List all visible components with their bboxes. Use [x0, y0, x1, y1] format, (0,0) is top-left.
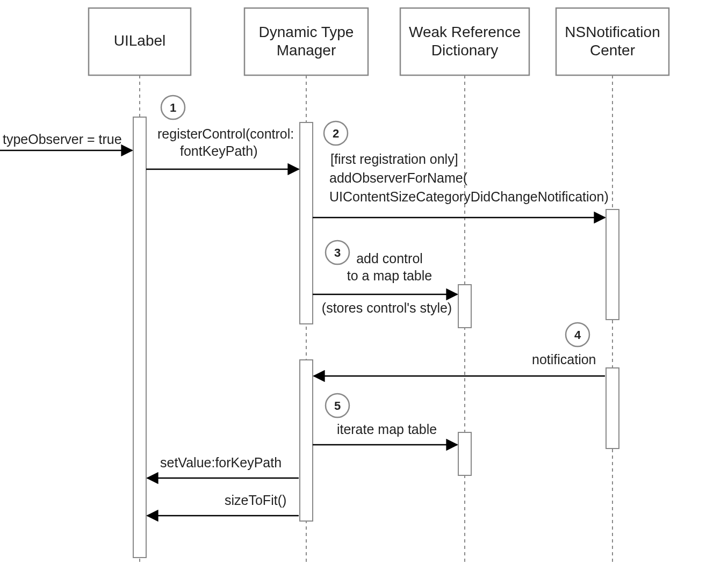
- step-badge-2: 2: [324, 121, 348, 145]
- message-add-control-l1: add control: [356, 251, 423, 266]
- message-iterate-label: iterate map table: [337, 422, 437, 437]
- activation-wrd-2: [458, 432, 471, 475]
- participant-nsc-label-1: NSNotification: [565, 24, 660, 40]
- participant-dtm-label-1: Dynamic Type: [259, 24, 354, 40]
- activation-uilabel: [133, 117, 146, 558]
- step-badge-4-label: 4: [574, 328, 581, 342]
- activation-dtm-1: [300, 122, 313, 324]
- message-register-control-l1: registerControl(control:: [157, 126, 294, 141]
- message-notification-label: notification: [532, 352, 596, 367]
- participant-uilabel: UILabel: [89, 8, 191, 75]
- activation-nsc-2: [606, 368, 619, 449]
- participant-nsc-label-2: Center: [590, 42, 635, 59]
- message-add-control-l3: (stores control's style): [322, 300, 452, 315]
- participant-weak-reference-dictionary: Weak Reference Dictionary: [400, 8, 529, 75]
- step-badge-5: 5: [326, 394, 349, 417]
- participant-wrd-label-1: Weak Reference: [409, 24, 521, 40]
- step-badge-2-label: 2: [333, 127, 339, 140]
- message-add-observer-l3: UIContentSizeCategoryDidChangeNotificati…: [329, 189, 609, 204]
- message-add-control-l2: to a map table: [347, 268, 432, 283]
- step-badge-3-label: 3: [334, 246, 341, 259]
- step-badge-3: 3: [326, 241, 349, 264]
- participant-uilabel-label: UILabel: [114, 32, 166, 49]
- message-setvalue-label: setValue:forKeyPath: [160, 455, 282, 470]
- activation-nsc-1: [606, 209, 619, 320]
- message-add-observer-l2: addObserverForName(: [329, 170, 468, 185]
- participant-wrd-label-2: Dictionary: [431, 42, 498, 59]
- participant-dynamic-type-manager: Dynamic Type Manager: [244, 8, 368, 75]
- participant-nsnotification-center: NSNotification Center: [556, 8, 669, 75]
- participant-dtm-label-2: Manager: [277, 42, 336, 59]
- message-external-label: typeObserver = true: [3, 132, 122, 147]
- message-add-observer-l1: [first registration only]: [330, 151, 458, 167]
- step-badge-1: 1: [161, 96, 185, 119]
- message-register-control-l2: fontKeyPath): [180, 143, 258, 158]
- activation-dtm-2: [300, 360, 313, 521]
- activation-wrd-1: [458, 285, 471, 328]
- step-badge-4: 4: [566, 323, 589, 346]
- sequence-diagram: UILabel Dynamic Type Manager Weak Refere…: [0, 0, 728, 564]
- message-sizetofit-label: sizeToFit(): [225, 493, 286, 508]
- step-badge-5-label: 5: [334, 399, 341, 413]
- step-badge-1-label: 1: [170, 101, 176, 114]
